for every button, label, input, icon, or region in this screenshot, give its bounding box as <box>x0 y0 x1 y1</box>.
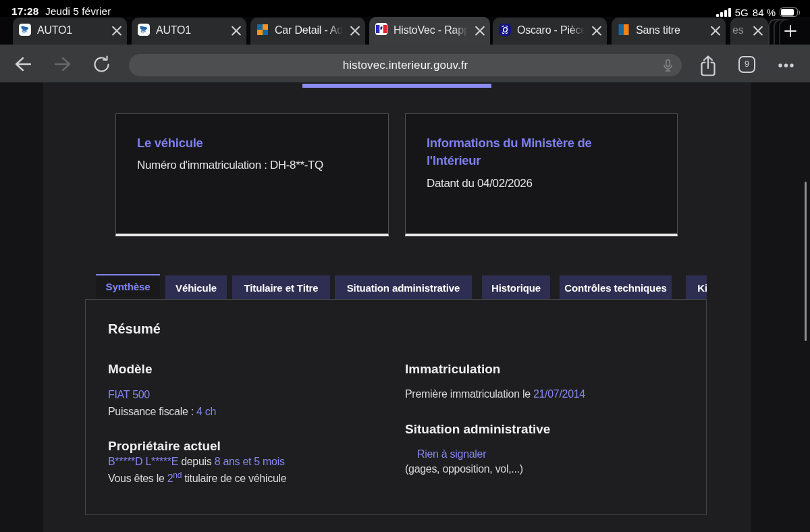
svg-text:O: O <box>503 26 508 34</box>
